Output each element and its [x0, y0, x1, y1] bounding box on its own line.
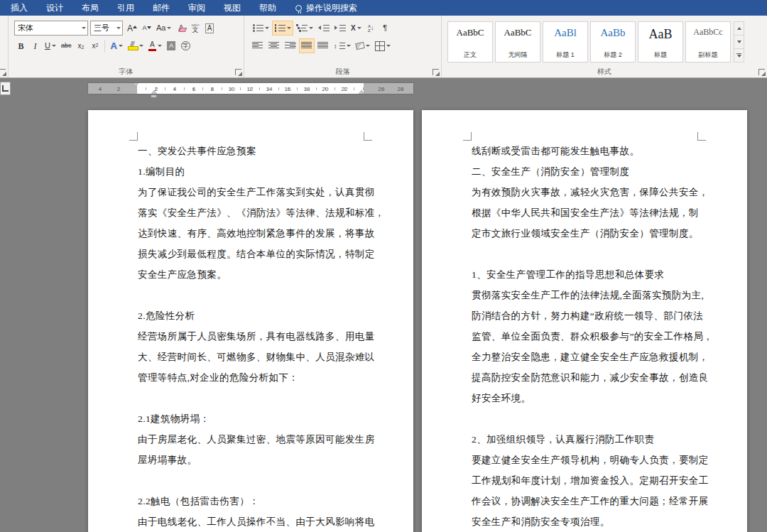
style-card-title[interactable]: AaB 标题 [638, 21, 683, 63]
text-line[interactable]: 1.编制目的 [138, 161, 364, 182]
line-spacing-button[interactable] [332, 38, 353, 53]
tab-stop-selector[interactable] [0, 82, 11, 95]
page-1-text[interactable]: 一、突发公共事件应急预案 1.编制目的 为了保证我公司的安全生产工作落实到实处，… [138, 141, 364, 532]
text-line[interactable]: 安全生产和消防安全专项治理。 [472, 511, 697, 532]
style-card-normal[interactable]: AaBbC 正文 [447, 21, 493, 63]
text-line[interactable]: 线刮断或受雷击都可能发生触电事故。 [472, 141, 697, 161]
text-line[interactable]: 大、经营时间长、可燃物多、财物集中、人员混杂难以 [138, 347, 364, 367]
font-name-select[interactable]: 宋体 [14, 21, 88, 36]
font-dialog-launcher-icon[interactable] [235, 69, 241, 75]
align-center-button[interactable] [266, 38, 282, 53]
tab-view[interactable]: 视图 [214, 0, 250, 16]
borders-button[interactable] [373, 38, 393, 53]
superscript-button[interactable] [88, 38, 102, 53]
style-card-heading2[interactable]: AaBb 标题 2 [590, 21, 636, 63]
sort-button[interactable] [364, 21, 378, 36]
tab-layout[interactable]: 布局 [72, 0, 108, 16]
tab-review[interactable]: 审阅 [179, 0, 214, 16]
text-line[interactable]: 屋坍塌事故。 [138, 450, 364, 470]
gallery-scroll-down-button[interactable] [734, 36, 744, 49]
text-line[interactable]: 定市文旅行业领域安全生产（消防安全）管理制度。 [472, 223, 697, 244]
styles-dialog-launcher-icon[interactable] [758, 69, 765, 75]
text-line[interactable]: 由于房屋老化、人员聚集过密、地震等原因可能发生房 [138, 429, 364, 450]
text-line[interactable]: 防消结合的方针，努力构建“政府统一领导、部门依法 [472, 305, 697, 326]
gallery-more-button[interactable] [734, 49, 744, 62]
numbering-button[interactable] [272, 21, 293, 36]
text-line[interactable]: 好安全环境。 [472, 388, 697, 408]
text-line[interactable]: 2.2触电（包括雷击伤害）： [138, 491, 364, 511]
bullets-button[interactable] [250, 21, 271, 36]
text-line[interactable]: 全力整治安全隐患，建立健全安全生产应急救援机制， [472, 347, 697, 367]
multilevel-list-button[interactable] [294, 21, 315, 36]
text-line[interactable]: 作会议，协调解决安全生产工作的重大问题；经常开展 [472, 491, 697, 511]
shrink-font-button[interactable] [140, 21, 153, 36]
clear-formatting-button[interactable] [174, 21, 187, 36]
text-line[interactable]: 1、安全生产管理工作的指导思想和总体要求 [472, 264, 697, 285]
font-size-select[interactable]: 三号 [90, 21, 123, 36]
text-line[interactable]: 管理等特点,对企业的危险分析如下： [138, 367, 364, 388]
dialog-launcher-icon[interactable] [0, 69, 6, 75]
increase-indent-button[interactable] [332, 21, 348, 36]
bold-button[interactable] [14, 38, 28, 53]
text-line[interactable]: 为有效预防火灾事故，减轻火灾危害，保障公共安全， [472, 182, 697, 202]
phonetic-guide-button[interactable] [188, 21, 202, 36]
style-card-subtitle[interactable]: AaBbCc 副标题 [685, 21, 731, 63]
text-line[interactable] [138, 285, 364, 305]
tab-insert[interactable]: 插入 [1, 0, 37, 16]
text-highlight-button[interactable] [126, 38, 146, 53]
hanging-indent-marker[interactable] [151, 90, 157, 94]
style-card-no-spacing[interactable]: AaBbC 无间隔 [495, 21, 540, 63]
text-line[interactable]: 落实《安全生产法》、《消防法》等法律、法规和标准， [138, 202, 364, 223]
page-1[interactable]: 一、突发公共事件应急预案 1.编制目的 为了保证我公司的安全生产工作落实到实处，… [88, 110, 413, 532]
font-color-button[interactable] [146, 38, 164, 53]
character-border-button[interactable] [202, 21, 216, 36]
paragraph-dialog-launcher-icon[interactable] [433, 69, 439, 75]
text-line[interactable] [138, 388, 364, 408]
text-effects-button[interactable] [108, 38, 124, 53]
show-hide-marks-button[interactable] [379, 21, 392, 36]
character-shading-button[interactable] [165, 38, 178, 53]
text-line[interactable] [472, 408, 697, 429]
italic-button[interactable] [28, 38, 42, 53]
text-line[interactable]: 根据《中华人民共和国安全生产法》等法律法规，制 [472, 202, 697, 223]
text-line[interactable]: 二、安全生产（消防安全）管理制度 [472, 161, 697, 182]
text-line[interactable] [138, 470, 364, 491]
text-line[interactable]: 贯彻落实安全生产工作的法律法规,全面落实预防为主, [472, 285, 697, 305]
text-line[interactable]: 2、加强组织领导，认真履行消防工作职责 [472, 429, 697, 450]
enclose-characters-button[interactable] [179, 38, 192, 53]
underline-button[interactable] [43, 38, 58, 53]
text-line[interactable]: 监管、单位全面负责、群众积极参与”的安全工作格局， [472, 326, 697, 347]
right-indent-marker[interactable] [359, 90, 364, 94]
text-line[interactable]: 2.1建筑物坍塌： [138, 408, 364, 429]
tab-mailings[interactable]: 邮件 [143, 0, 179, 16]
justify-button[interactable] [299, 38, 315, 53]
decrease-indent-button[interactable] [316, 21, 332, 36]
tell-me-search[interactable]: 操作说明搜索 [295, 2, 357, 14]
text-line[interactable]: 工作规划和年度计划，增加资金投入。定期召开安全工 [472, 470, 697, 491]
text-line[interactable]: 要建立健全安全生产领导机构，明确专人负责，要制定 [472, 450, 697, 470]
shading-button[interactable] [354, 38, 372, 53]
text-line[interactable]: 为了保证我公司的安全生产工作落实到实处，认真贯彻 [138, 182, 364, 202]
text-line[interactable]: 提高防控安全防范意识和能力，减少安全事故，创造良 [472, 367, 697, 388]
asian-layout-button[interactable] [349, 21, 364, 36]
strikethrough-button[interactable] [59, 38, 74, 53]
page-2-text[interactable]: 线刮断或受雷击都可能发生触电事故。 二、安全生产（消防安全）管理制度 为有效预防… [472, 141, 697, 532]
distribute-button[interactable] [315, 38, 331, 53]
text-line[interactable]: 达到快速、有序、高效地控制紧急事件的发展，将事故 [138, 223, 364, 244]
text-line[interactable]: 安全生产应急预案。 [138, 264, 364, 285]
tab-design[interactable]: 设计 [37, 0, 72, 16]
text-line[interactable]: 经营场所属于人员密集场所，具有电器线路多、用电量 [138, 326, 364, 347]
tab-references[interactable]: 引用 [108, 0, 143, 16]
gallery-scroll-up-button[interactable] [734, 22, 744, 36]
align-right-button[interactable] [283, 38, 298, 53]
subscript-button[interactable] [74, 38, 87, 53]
text-line[interactable]: 2.危险性分析 [138, 305, 364, 326]
page-2[interactable]: 线刮断或受雷击都可能发生触电事故。 二、安全生产（消防安全）管理制度 为有效预防… [422, 110, 747, 532]
grow-font-button[interactable] [125, 21, 139, 36]
text-line[interactable] [472, 244, 697, 264]
horizontal-ruler[interactable]: 4 2 2 4 6 8 10 12 14 16 18 20 22 26 28 [88, 83, 413, 94]
text-line[interactable]: 损失减少到最低程度。结合本单位的实际情况，特制定 [138, 244, 364, 264]
change-case-button[interactable] [154, 21, 173, 36]
first-line-indent-marker[interactable] [133, 83, 138, 87]
left-indent-marker[interactable] [151, 94, 157, 98]
